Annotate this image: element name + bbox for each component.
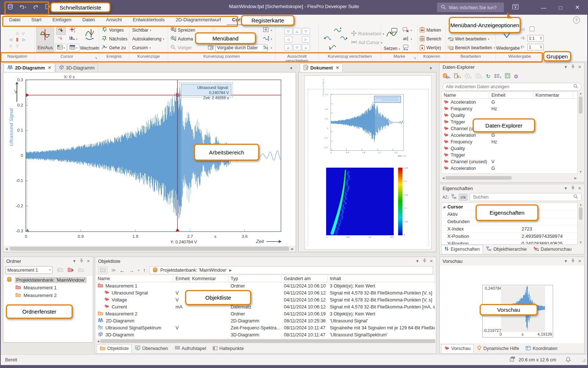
- tell-me-search[interactable]: Was möchten Sie tun?: [437, 3, 504, 12]
- panel-menu-icon[interactable]: ▼: [564, 259, 568, 263]
- data-explorer-row[interactable]: AccelerationG: [441, 165, 577, 172]
- workspace-panel-menu[interactable]: ▼: [289, 66, 293, 70]
- panel-menu-icon[interactable]: ▼: [72, 259, 76, 263]
- column-header[interactable]: Kommentar: [190, 275, 228, 282]
- folder-new-button[interactable]: [78, 267, 84, 274]
- data-explorer-row[interactable]: Quality: [441, 145, 577, 152]
- object-list-row[interactable]: Ultrasound SignalVDatensatz04/11/2024 10…: [95, 289, 436, 296]
- up-arrow-icon[interactable]: ↑: [143, 267, 146, 273]
- ribbon-tab-2d-diagrammentwurf[interactable]: 2D-Diagrammentwurf: [170, 15, 227, 25]
- help-button[interactable]: ?: [573, 17, 580, 24]
- back-button[interactable]: ▾: [465, 73, 472, 80]
- close-icon[interactable]: ✕: [578, 65, 581, 69]
- breadcrumb[interactable]: Projektdatenbank: 'MainWindow' ▶: [149, 266, 433, 274]
- cursor-style1-button[interactable]: [56, 27, 66, 35]
- panel-menu-icon[interactable]: ▼: [564, 186, 568, 190]
- object-list-hscroll[interactable]: ◀: [96, 339, 435, 344]
- ribbon-tab-ansicht[interactable]: Ansicht: [101, 15, 127, 25]
- mark-label-button[interactable]: ab▾: [403, 35, 412, 43]
- copy-range-button[interactable]: Bereich: [419, 35, 445, 43]
- marke-dialog-launcher[interactable]: ↘: [413, 56, 416, 60]
- breadcrumb-expand-icon[interactable]: ▶: [229, 268, 232, 272]
- event-previous-button[interactable]: Voriges: [101, 26, 129, 35]
- categorize-button[interactable]: [451, 194, 457, 200]
- column-header[interactable]: Einheit: [173, 275, 190, 282]
- nav-upright-icon[interactable]: △: [21, 30, 26, 35]
- shift-left-icon[interactable]: [323, 35, 331, 43]
- ribbon-tab-daten[interactable]: Daten: [77, 15, 101, 25]
- column-header[interactable]: Name: [441, 92, 489, 99]
- sort-az-button[interactable]: AZ↓: [443, 195, 449, 199]
- cursor-move-button[interactable]: ▾: [67, 35, 79, 43]
- tab-koordinaten[interactable]: Koordinaten: [522, 344, 560, 353]
- cursor-dialog-launcher[interactable]: ↘: [94, 56, 97, 60]
- data-explorer-row[interactable]: FrequencyHz: [441, 106, 577, 112]
- cursor-table2-button[interactable]: ▾: [68, 44, 79, 52]
- tree-item[interactable]: Measurement 2: [4, 292, 93, 299]
- history-caret-icon[interactable]: ▾: [138, 269, 140, 272]
- listview-button[interactable]: ▾: [494, 73, 501, 80]
- data-explorer-hscroll[interactable]: ◀ ▶: [441, 175, 578, 181]
- refresh-icon[interactable]: ↻: [486, 73, 491, 80]
- tab-eigenschaften[interactable]: Eigenschaften: [441, 245, 483, 254]
- shift-reset-dropdown[interactable]: Rücksetzen▾: [351, 29, 384, 38]
- shift-right-icon[interactable]: [340, 35, 348, 43]
- nav-pause-icon[interactable]: ||: [16, 37, 18, 42]
- resize-grip[interactable]: [582, 358, 586, 362]
- zoom-opt1-button[interactable]: ▾: [263, 26, 272, 35]
- folder-up-button[interactable]: [57, 267, 63, 274]
- tab-objekthierarchie[interactable]: Objekthierarchie: [483, 245, 530, 254]
- data-explorer-row[interactable]: Quality: [441, 112, 577, 119]
- forward-arrow-icon[interactable]: →: [129, 267, 134, 274]
- shift-down-icon[interactable]: [328, 43, 336, 52]
- object-list-row[interactable]: 3D-Diagramm3D-Diagramm08/11/2024 10:11:4…: [95, 331, 436, 338]
- ribbon-tab-einfügen[interactable]: Einfügen: [47, 15, 77, 25]
- open-folder-button[interactable]: [98, 267, 108, 274]
- zoom-previous-button[interactable]: Voriger: [170, 43, 192, 52]
- close-icon[interactable]: ✕: [430, 259, 433, 264]
- object-list-row[interactable]: Ultrasound SignalSpektrumVZeit-Frequenz-…: [95, 324, 436, 331]
- tab-3d-diagramm[interactable]: 3D-Diagramm: [55, 63, 98, 72]
- play-left-icon[interactable]: ◁: [522, 27, 524, 31]
- tab-2d-diagramm[interactable]: 2D-Diagramm✕: [4, 63, 55, 72]
- data-explorer-row[interactable]: AccelerationG: [441, 132, 577, 139]
- bell-icon[interactable]: [566, 357, 571, 363]
- pan-btn-4[interactable]: ◁: [284, 36, 292, 43]
- close-icon[interactable]: ✕: [578, 186, 581, 191]
- data-explorer-row[interactable]: Channel (unused)V: [441, 158, 577, 165]
- play-stepfwd-icon[interactable]: |▷: [521, 44, 524, 49]
- tab-überwachen[interactable]: Überwachen: [132, 344, 171, 353]
- tree-item[interactable]: Measurement 1: [4, 284, 93, 292]
- ribbon-tab-datei[interactable]: Datei: [4, 15, 26, 25]
- filter-view-button[interactable]: ▾: [454, 73, 461, 80]
- chart-workspace[interactable]: X: 0 s Ultrasound Signal 0.30.20.10-0.1-…: [3, 72, 296, 252]
- object-list-row[interactable]: 2D-Diagramm2D-Diagramm08/11/2024 10:25:3…: [95, 317, 436, 324]
- play-stepback-icon[interactable]: ◁|: [521, 36, 524, 40]
- zoom-spread-button[interactable]: Spreizen: [170, 26, 195, 35]
- object-list-table[interactable]: NameEinheitKommentarTypGeändert amInhalt…: [95, 275, 436, 339]
- tab-datenvorschau[interactable]: Datenvorschau: [530, 245, 575, 254]
- shift-oncursor-dropdown[interactable]: Auf Cursor▾: [351, 38, 382, 47]
- chart-hscrollbar[interactable]: ◀▶: [4, 246, 295, 251]
- nav-right-icon[interactable]: ▷: [22, 37, 25, 42]
- pin-icon[interactable]: [80, 258, 83, 264]
- close-button[interactable]: ✕: [569, 0, 586, 15]
- data-explorer-row[interactable]: AccelerationG: [441, 99, 577, 106]
- tab-objektliste[interactable]: Objektliste: [97, 344, 132, 353]
- folder-selector-combo[interactable]: Measurement 1▾: [6, 266, 53, 274]
- cursor-coord-button[interactable]: 21: [68, 27, 77, 34]
- pin-icon[interactable]: [423, 258, 426, 264]
- zoom-opt3-button[interactable]: ▾: [263, 43, 272, 52]
- data-explorer-search[interactable]: Alle indizierten Daten anzeigen: [443, 83, 581, 91]
- data-explorer-vscroll[interactable]: ▲▼: [578, 92, 583, 174]
- pan-btn-8[interactable]: △: [302, 44, 310, 51]
- copy-marks-button[interactable]: Marken: [419, 26, 445, 35]
- tree-item[interactable]: Projektdatenbank: 'MainWindow': [4, 276, 93, 284]
- play-checkbox[interactable]: [530, 26, 534, 31]
- ribbon-display-options-button[interactable]: [511, 4, 519, 11]
- mark-width-button[interactable]: [403, 43, 409, 52]
- curves-autoscale-dropdown[interactable]: Autoskalierung▾: [132, 35, 168, 43]
- folder-goto-button[interactable]: [68, 267, 74, 274]
- event-next-button[interactable]: Nächstes: [101, 35, 129, 43]
- nav-down-icon[interactable]: ▽: [16, 44, 19, 48]
